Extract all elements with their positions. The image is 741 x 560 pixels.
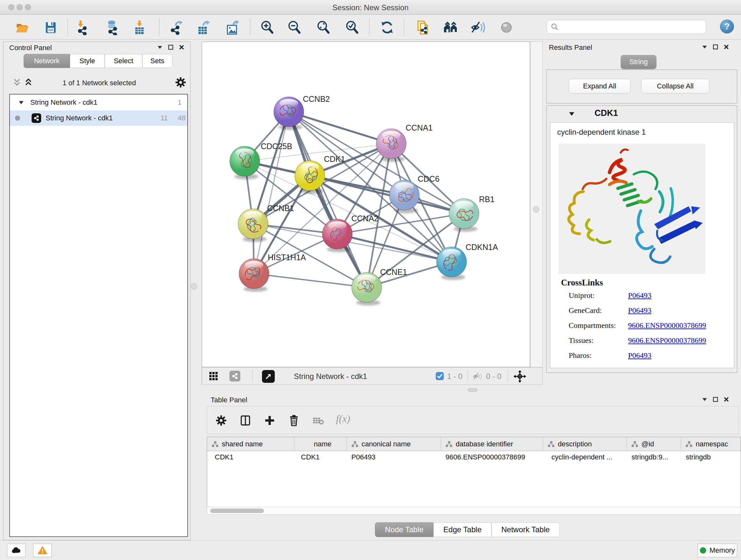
column-header-shared-name[interactable]: shared name xyxy=(207,437,294,451)
network-node-CDKN1A[interactable] xyxy=(436,247,467,280)
column-header-database-identifier[interactable]: database identifier xyxy=(441,437,543,451)
tab-edge-table[interactable]: Edge Table xyxy=(433,522,491,537)
tab-network[interactable]: Network xyxy=(23,54,70,68)
column-header-namespace[interactable]: namespac xyxy=(681,437,741,451)
add-column-button[interactable] xyxy=(261,412,278,429)
help-button[interactable]: ? xyxy=(720,19,734,34)
node-label-CDKN1A[interactable]: CDKN1A xyxy=(466,243,498,252)
search-field[interactable] xyxy=(547,20,706,34)
panel-menu-icon[interactable] xyxy=(702,45,707,49)
refresh-layout-button[interactable] xyxy=(380,19,395,36)
left-splitter-handle[interactable] xyxy=(191,283,197,290)
tab-select[interactable]: Select xyxy=(105,54,142,68)
import-network-button[interactable] xyxy=(75,19,90,36)
tab-style[interactable]: Style xyxy=(70,54,105,68)
tab-node-table[interactable]: Node Table xyxy=(375,522,433,537)
delete-table-button[interactable] xyxy=(310,412,327,429)
delete-column-button[interactable] xyxy=(286,412,302,429)
column-header-description[interactable]: description xyxy=(543,437,626,451)
panel-menu-icon[interactable] xyxy=(157,46,162,49)
column-header-name[interactable]: name xyxy=(294,437,347,451)
network-node-CCNA2[interactable] xyxy=(322,219,352,252)
zoom-out-button[interactable] xyxy=(286,19,302,36)
network-node-CCNB2[interactable] xyxy=(274,97,304,130)
network-node-CDC25B[interactable] xyxy=(230,146,260,179)
network-node-RB1[interactable] xyxy=(449,199,479,232)
birdseye-view-button[interactable] xyxy=(262,370,275,383)
panel-float-icon[interactable] xyxy=(168,45,173,50)
node-label-CCNA2[interactable]: CCNA2 xyxy=(351,214,379,223)
zoom-selected-button[interactable] xyxy=(344,19,360,36)
panel-float-icon[interactable] xyxy=(713,44,718,50)
scrollbar-thumb[interactable] xyxy=(210,509,264,513)
table-options-button[interactable] xyxy=(213,412,229,429)
network-row-selected[interactable]: String Network - cdk1 11 48 xyxy=(10,111,187,126)
network-node-CDK1[interactable] xyxy=(295,161,325,194)
crosslink-uniprot-link[interactable]: P06493 xyxy=(628,291,651,300)
export-table-button[interactable] xyxy=(196,19,211,36)
panel-menu-icon[interactable] xyxy=(702,398,707,401)
panel-close-icon[interactable] xyxy=(724,44,729,50)
network-canvas[interactable]: CCNB2CCNA1CDC25BCDK1CDC6RB1CCNB1CCNA2CDK… xyxy=(202,42,530,367)
save-session-button[interactable] xyxy=(43,19,58,36)
show-panel-button[interactable] xyxy=(499,19,514,36)
pan-mode-button[interactable] xyxy=(514,370,526,384)
table-horizontal-scrollbar[interactable] xyxy=(207,507,741,515)
grid-view-button[interactable] xyxy=(209,372,218,382)
zoom-fit-button[interactable] xyxy=(316,19,331,36)
node-label-CCNE1[interactable]: CCNE1 xyxy=(380,267,407,276)
collapse-all-networks-button[interactable] xyxy=(12,78,21,88)
tab-network-table[interactable]: Network Table xyxy=(491,522,560,537)
node-label-CDC6[interactable]: CDC6 xyxy=(418,174,440,183)
crosslink-compartments-link[interactable]: 9606.ENSP00000378699 xyxy=(628,321,706,330)
network-node-CCNB1[interactable] xyxy=(238,209,268,242)
search-input[interactable] xyxy=(558,22,706,31)
cloud-status-button[interactable] xyxy=(7,544,25,557)
export-image-button[interactable] xyxy=(225,19,240,36)
panel-float-icon[interactable] xyxy=(713,397,718,402)
expand-all-networks-button[interactable] xyxy=(24,78,33,88)
network-node-CCNA1[interactable] xyxy=(376,129,406,162)
zoom-in-button[interactable] xyxy=(259,19,275,36)
warnings-button[interactable] xyxy=(33,544,52,557)
network-collection-row[interactable]: String Network - cdk1 1 xyxy=(10,95,187,111)
column-header-canonical-name[interactable]: canonical name xyxy=(347,437,441,451)
disclosure-triangle-icon[interactable] xyxy=(569,112,575,116)
node-label-CCNB2[interactable]: CCNB2 xyxy=(303,95,330,104)
expand-all-button[interactable]: Expand All xyxy=(569,79,630,94)
collapse-all-button[interactable]: Collapse All xyxy=(641,79,710,94)
network-node-HIST1H1A[interactable] xyxy=(239,259,269,292)
node-label-CDC25B[interactable]: CDC25B xyxy=(261,142,292,151)
network-options-button[interactable] xyxy=(175,77,186,89)
tab-string[interactable]: String xyxy=(621,55,657,69)
share-file-button[interactable] xyxy=(415,19,430,36)
right-splitter-handle[interactable] xyxy=(533,206,539,212)
network-badge-button[interactable] xyxy=(229,371,240,381)
node-label-RB1[interactable]: RB1 xyxy=(479,195,495,204)
memory-button[interactable]: Memory xyxy=(697,544,737,557)
show-columns-button[interactable] xyxy=(237,412,254,429)
disclosure-triangle-icon[interactable] xyxy=(19,101,23,105)
panel-close-icon[interactable] xyxy=(179,45,184,50)
string-home-button[interactable] xyxy=(443,19,459,36)
hide-panel-button[interactable] xyxy=(470,19,486,36)
crosslink-tissues-link[interactable]: 9606.ENSP00000378699 xyxy=(628,336,706,345)
open-session-button[interactable] xyxy=(15,19,30,36)
horizontal-splitter-handle[interactable] xyxy=(468,388,477,392)
selected-nodes-checkbox[interactable] xyxy=(435,372,444,381)
node-label-HIST1H1A[interactable]: HIST1H1A xyxy=(268,253,306,262)
node-label-CCNA1[interactable]: CCNA1 xyxy=(406,123,433,132)
node-label-CCNB1[interactable]: CCNB1 xyxy=(267,204,294,212)
panel-close-icon[interactable] xyxy=(724,397,729,402)
tab-sets[interactable]: Sets xyxy=(142,54,172,68)
function-builder-button[interactable]: f(x) xyxy=(336,413,350,425)
toolbar-separator xyxy=(369,18,369,36)
network-node-CCNE1[interactable] xyxy=(352,272,382,306)
node-label-CDK1[interactable]: CDK1 xyxy=(324,154,345,164)
crosslink-genecard-link[interactable]: P06493 xyxy=(628,306,651,315)
export-network-button[interactable] xyxy=(169,19,184,36)
crosslink-pharos-link[interactable]: P06493 xyxy=(628,351,651,360)
import-database-button[interactable] xyxy=(105,19,120,36)
import-table-button[interactable] xyxy=(132,19,147,36)
column-header-id[interactable]: @id xyxy=(626,437,681,451)
